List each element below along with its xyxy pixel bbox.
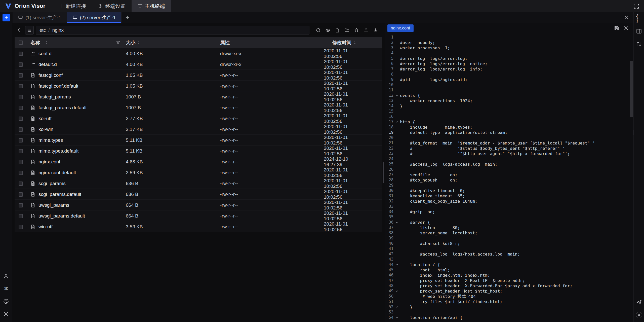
code-line[interactable]: 51 try_files $uri $uri/ /index.html; [385,299,633,304]
code-line[interactable]: 24 [385,156,633,162]
code-line[interactable]: 3worker_processes 1; [385,45,633,51]
row-checkbox[interactable] [19,106,23,110]
code-line[interactable]: 4 [385,51,633,56]
filter-icon[interactable] [116,41,120,45]
file-row[interactable]: mime.types.default5.11 KB-rw-r--r--2020-… [15,146,382,156]
close-editor-icon[interactable] [623,25,629,31]
code-line[interactable]: 21 #log_format main '$remote_addr - $rem… [385,140,633,146]
code-editor[interactable]: 12#user nobody;3worker_processes 1;45#er… [385,33,633,322]
row-checkbox[interactable] [19,182,23,186]
code-line[interactable]: 45 root html; [385,267,633,273]
row-checkbox[interactable] [19,214,23,218]
menu-item-terminal-settings[interactable]: 终端设置 [92,0,132,12]
code-line[interactable]: 41 [385,246,633,252]
save-icon[interactable] [614,25,619,31]
code-line[interactable]: 40 #charset koi8-r; [385,241,633,246]
code-line[interactable]: 42 #access_log logs/host.access.log main… [385,252,633,257]
row-checkbox[interactable] [19,95,23,99]
fold-chevron-icon[interactable] [393,94,400,97]
code-line[interactable]: 19 default_type application/octet-stream… [385,130,633,135]
code-line[interactable]: 46 index index.html index.htm; [385,273,633,278]
close-icon[interactable] [624,15,629,20]
code-line[interactable]: 25 #access_log logs/access.log main; [385,162,633,167]
code-line[interactable]: 43 [385,257,633,262]
file-row[interactable]: uwsgi_params.default664 B-rw-r--r--2020-… [15,210,382,221]
code-line[interactable]: 26 [385,167,633,172]
code-line[interactable]: 28 #tcp_nopush on; [385,177,633,183]
fold-chevron-icon[interactable] [393,289,400,293]
file-row[interactable]: koi-utf2.77 KB-rw-r--r--2020-11-01 10:02… [15,113,382,124]
code-line[interactable]: 5#error_log logs/error.log; [385,56,633,61]
new-file-button[interactable] [333,26,342,34]
code-line[interactable]: 17http { [385,119,633,125]
fold-chevron-icon[interactable] [393,120,400,124]
panel-resize-handle[interactable] [382,23,385,322]
file-row[interactable]: nginx.conf.default2.59 KB-rw-r--r--2020-… [15,167,382,178]
new-folder-button[interactable] [343,26,351,34]
fold-chevron-icon[interactable] [393,263,400,267]
code-line[interactable]: 48 proxy_set_header X-Forwarded-For $pro… [385,283,633,289]
code-line[interactable]: 29 [385,183,633,188]
code-line[interactable]: 54 location /orion/api { [385,315,633,320]
code-line[interactable]: 16 [385,114,633,119]
row-checkbox[interactable] [19,117,23,121]
download-button[interactable] [371,26,380,34]
file-row[interactable]: nginx.conf4.68 KB-rw-r--r--2024-12-10 16… [15,156,382,167]
code-line[interactable]: 2#user nobody; [385,40,633,45]
row-checkbox[interactable] [19,149,23,153]
code-line[interactable]: 52 } [385,304,633,310]
code-line[interactable]: 6#error_log logs/error.log notice; [385,61,633,66]
resize-grip[interactable] [383,162,384,183]
row-checkbox[interactable] [19,127,23,132]
code-line[interactable]: 18 include mime.types; [385,125,633,130]
menu-item-new-connection[interactable]: 新建连接 [53,0,92,12]
row-checkbox[interactable] [19,62,23,67]
fold-chevron-icon[interactable] [393,305,400,309]
code-line[interactable]: 12events { [385,93,633,98]
file-row[interactable]: scgi_params636 B-rw-r--r--2020-11-01 10:… [15,178,382,189]
file-row[interactable]: mime.types5.11 KB-rw-r--r--2020-11-01 10… [15,135,382,146]
fold-chevron-icon[interactable] [393,316,400,319]
code-line[interactable]: 20 [385,135,633,140]
code-line[interactable]: 1 [385,35,633,40]
breadcrumb-item[interactable]: etc [39,27,46,33]
column-header-name[interactable]: 名称 [30,40,40,46]
file-row[interactable]: conf.d4.00 KBdrwxr-xr-x2020-11-01 10:02:… [15,48,382,59]
file-row[interactable]: win-utf3.53 KB-rw-r--r--2020-11-01 10:02… [15,221,382,232]
row-checkbox[interactable] [19,138,23,142]
new-connection-button[interactable] [3,14,10,21]
list-view-button[interactable] [25,26,34,34]
user-icon[interactable] [3,273,9,279]
code-line[interactable]: 37 listen 80; [385,225,633,230]
code-line[interactable]: 31 keepalive_timeout 65; [385,193,633,199]
refresh-button[interactable] [314,26,323,34]
terminal-tab-2[interactable]: (2) server-生产-1 [67,12,122,23]
code-line[interactable]: 30 #keepalive_timeout 0; [385,188,633,193]
editor-layout-icon[interactable] [636,28,642,34]
code-line[interactable]: 47 proxy_set_header X-Real-IP $remote_ad… [385,278,633,283]
new-tab-button[interactable]: + [122,12,134,23]
column-header-size[interactable]: 大小 [126,40,135,46]
code-line[interactable]: 50 # web history 模式 404 [385,294,633,299]
terminal-tab-1[interactable]: (1) server-生产-1 [13,12,67,23]
upload-button[interactable] [362,26,370,34]
switch-icon[interactable] [636,41,642,47]
row-checkbox[interactable] [19,73,23,78]
code-line[interactable]: 22 # '$status $body_bytes_sent "$http_re… [385,146,633,151]
sort-icon[interactable] [353,41,357,45]
code-line[interactable]: 23 # '"$http_user_agent" "$http_x_forwar… [385,151,633,156]
code-line[interactable]: 36 server { [385,220,633,225]
row-checkbox[interactable] [19,192,23,197]
braces-icon[interactable]: { } [636,16,642,22]
code-line[interactable]: 27 sendfile on; [385,172,633,177]
settings-icon[interactable] [3,311,9,317]
row-checkbox[interactable] [19,225,23,229]
sort-icon[interactable] [137,41,141,45]
preview-button[interactable] [324,26,332,34]
row-checkbox[interactable] [19,52,23,56]
breadcrumb-item[interactable]: nginx [52,27,64,33]
fullscreen-icon[interactable] [633,3,639,9]
code-line[interactable]: 8 [385,72,633,77]
code-line[interactable]: 35 [385,214,633,220]
delete-button[interactable] [352,26,361,34]
